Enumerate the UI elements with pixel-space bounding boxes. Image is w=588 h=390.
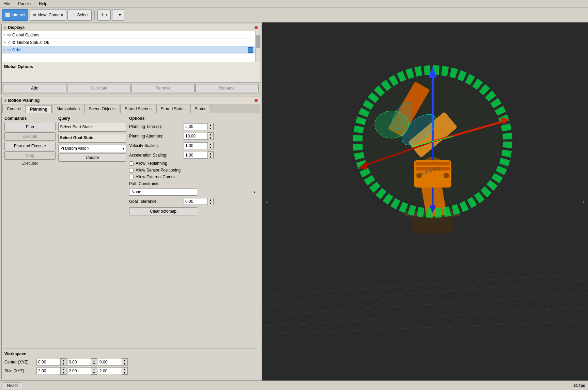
center-z-down[interactable]: ▼ [122, 362, 127, 365]
size-y-down[interactable]: ▼ [91, 371, 97, 374]
allow-replanning-checkbox[interactable] [129, 161, 134, 166]
goal-tolerance-input[interactable] [184, 198, 207, 205]
update-button[interactable]: Update [58, 153, 126, 162]
tree-item-global-options[interactable]: + ⚙ Global Options [2, 31, 255, 39]
tab-stored-states[interactable]: Stored States [156, 105, 190, 113]
tab-status[interactable]: Status [190, 105, 211, 113]
tree-item-global-status[interactable]: + ✓ ⚙ Global Status: Ok [2, 39, 255, 46]
tab-manipulation[interactable]: Manipulation [52, 105, 84, 113]
center-y-up[interactable]: ▲ [91, 359, 97, 362]
execute-button[interactable]: Execute [4, 132, 56, 141]
commands-title: Commands [4, 116, 56, 121]
velocity-scaling-input[interactable] [184, 142, 207, 149]
menu-file[interactable]: File [1, 1, 12, 7]
tab-scene-objects[interactable]: Scene Objects [84, 105, 120, 113]
size-x-input[interactable] [36, 368, 60, 374]
svg-rect-39 [424, 170, 428, 174]
planning-attempts-input[interactable] [184, 133, 207, 140]
center-x-up[interactable]: ▲ [61, 359, 66, 362]
allow-external-comm-label: Allow External Comm. [136, 175, 176, 179]
workspace-title: Workspace [4, 352, 257, 356]
acceleration-scaling-input[interactable] [184, 152, 207, 159]
tab-stored-scenes[interactable]: Stored Scenes [120, 105, 156, 113]
tree-item-grid[interactable]: + ⚙ Grid [2, 46, 255, 54]
fps-label: 31 fps [573, 383, 585, 388]
grid-icon: ⚙ [7, 48, 11, 52]
displays-buttons-row: Add Duplicate Remove Rename [2, 82, 260, 94]
svg-line-11 [262, 321, 588, 334]
size-y-input[interactable] [67, 368, 91, 374]
planning-attempts-up[interactable]: ▲ [208, 133, 213, 136]
remove-display-button[interactable]: Remove [131, 84, 195, 92]
add-display-button[interactable]: Add [3, 84, 66, 92]
size-y-up[interactable]: ▲ [91, 368, 97, 371]
scroll-thumb[interactable] [256, 35, 260, 48]
allow-external-comm-checkbox[interactable] [129, 175, 134, 179]
tab-context[interactable]: Context [2, 105, 25, 113]
velocity-scaling-up[interactable]: ▲ [208, 142, 213, 146]
planning-attempts-down[interactable]: ▼ [208, 136, 213, 140]
goal-tolerance-down[interactable]: ▼ [208, 201, 213, 205]
center-z-input[interactable] [98, 359, 122, 365]
center-x-down[interactable]: ▼ [61, 362, 66, 365]
size-z-input[interactable] [98, 368, 122, 374]
size-z-spinner: ▲ ▼ [98, 367, 128, 375]
planning-attempts-arrows: ▲ ▼ [207, 132, 214, 140]
svg-line-5 [433, 273, 510, 341]
path-constraints-dropdown[interactable]: None [129, 188, 197, 196]
stop-button[interactable]: Stop [4, 151, 56, 160]
acceleration-scaling-up[interactable]: ▲ [208, 152, 213, 155]
svg-rect-34 [416, 162, 450, 165]
planning-time-down[interactable]: ▼ [208, 127, 213, 130]
add-icon: ✛ [100, 13, 104, 17]
svg-line-14 [262, 280, 588, 305]
size-x-down[interactable]: ▼ [61, 371, 66, 374]
planning-time-row: Planning Time (s): ▲ ▼ [129, 123, 257, 130]
size-label: Size (XYZ): [4, 369, 35, 373]
planning-time-spinner: ▲ ▼ [184, 123, 214, 130]
planning-time-up[interactable]: ▲ [208, 123, 213, 127]
displays-close-button[interactable] [254, 26, 258, 29]
allow-sensor-positioning-checkbox[interactable] [129, 168, 134, 173]
displays-tree-wrapper: + ⚙ Global Options + ✓ ⚙ Global Status: … [2, 31, 260, 62]
center-x-spinner: ▲ ▼ [36, 358, 66, 366]
center-z-up[interactable]: ▲ [122, 359, 127, 362]
plan-button[interactable]: Plan [4, 123, 56, 131]
velocity-scaling-down[interactable]: ▼ [208, 146, 213, 149]
options-column: Options Planning Time (s): ▲ ▼ [129, 116, 257, 346]
3d-viewport[interactable]: ‹ › [262, 22, 588, 380]
duplicate-display-button[interactable]: Duplicate [67, 84, 130, 92]
plan-execute-button[interactable]: Plan and Execute [4, 142, 56, 150]
acceleration-scaling-down[interactable]: ▼ [208, 155, 213, 159]
menu-panels[interactable]: Panels [16, 1, 33, 7]
rename-display-button[interactable]: Rename [195, 84, 259, 92]
clear-octomap-button[interactable]: Clear octomap [129, 207, 197, 215]
svg-line-6 [467, 273, 527, 341]
acceleration-scaling-spinner: ▲ ▼ [184, 151, 214, 159]
minus-button[interactable]: − ▾ [112, 9, 124, 21]
size-z-up[interactable]: ▲ [122, 368, 127, 371]
motion-planning-close-button[interactable] [254, 99, 258, 102]
center-y-input[interactable] [67, 359, 91, 365]
size-x-spinner: ▲ ▼ [36, 367, 66, 375]
planning-time-input[interactable] [184, 123, 207, 130]
select-button[interactable]: ⬜ Select [67, 9, 91, 21]
size-xyz-row: Size (XYZ): ▲ ▼ [4, 367, 257, 375]
add-button[interactable]: ✛ + [97, 9, 111, 21]
size-x-up[interactable]: ▲ [61, 368, 66, 371]
move-camera-button[interactable]: ⊕ Move Camera [30, 9, 66, 21]
center-x-input[interactable] [36, 359, 60, 365]
size-xyz-inputs: ▲ ▼ ▲ ▼ [36, 367, 128, 375]
planning-attempts-label: Planning Attempts: [129, 134, 184, 139]
svg-line-8 [535, 273, 561, 341]
displays-scrollbar[interactable] [255, 31, 260, 62]
interact-button[interactable]: ⬜ Interact [2, 9, 28, 21]
tab-planning[interactable]: Planning [26, 105, 52, 113]
reset-button[interactable]: Reset [3, 382, 22, 389]
goal-tolerance-up[interactable]: ▲ [208, 198, 213, 201]
center-x-arrows: ▲ ▼ [60, 358, 66, 366]
size-z-down[interactable]: ▼ [122, 371, 127, 374]
menu-help[interactable]: Help [37, 1, 49, 7]
center-y-down[interactable]: ▼ [91, 362, 97, 365]
goal-state-dropdown[interactable]: <random valid> [58, 145, 126, 152]
